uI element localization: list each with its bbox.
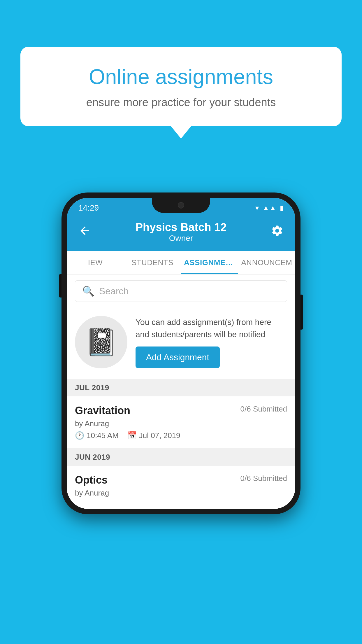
promo-description: You can add assignment(s) from here and … [136,316,287,341]
assignment-time-value: 10:45 AM [87,431,119,440]
gear-icon [271,224,284,237]
promo-card: 📓 You can add assignment(s) from here an… [67,308,295,379]
assignment-date: 📅 Jul 07, 2019 [127,431,180,440]
header-center: Physics Batch 12 Owner [136,221,227,243]
search-icon: 🔍 [82,285,94,297]
assignment-submitted: 0/6 Submitted [240,405,287,414]
tab-iew[interactable]: IEW [67,251,124,274]
speech-bubble-title: Online assignments [44,64,318,89]
notebook-icon: 📓 [85,327,117,358]
phone-mockup: 14:29 ▾ ▲▲ ▮ Physics Batch 12 Owner [61,192,301,514]
back-button[interactable] [78,224,91,240]
assignment-name: Gravitation [75,405,130,417]
settings-button[interactable] [271,224,284,240]
clock-icon: 🕐 [75,431,84,440]
assignment-item-gravitation[interactable]: Gravitation 0/6 Submitted by Anurag 🕐 10… [67,396,295,449]
assignment-top: Gravitation 0/6 Submitted [75,405,287,417]
assignment-date-value: Jul 07, 2019 [139,431,180,440]
app-header: Physics Batch 12 Owner [67,215,295,251]
assignment-meta: 🕐 10:45 AM 📅 Jul 07, 2019 [75,431,287,440]
wifi-icon: ▾ [255,204,259,212]
assignment-author: by Anurag [75,419,287,428]
search-bar[interactable]: 🔍 Search [75,280,287,302]
speech-bubble-container: Online assignments ensure more practice … [20,47,342,126]
speech-bubble: Online assignments ensure more practice … [20,47,342,126]
front-camera [178,202,184,209]
assignment-author-optics: by Anurag [75,489,287,498]
promo-icon-wrap: 📓 [75,316,127,368]
assignment-item-optics[interactable]: Optics 0/6 Submitted by Anurag [67,466,295,509]
power-button [301,295,303,330]
battery-icon: ▮ [280,204,284,212]
month-header-jun: JUN 2019 [67,449,295,466]
phone-screen: 14:29 ▾ ▲▲ ▮ Physics Batch 12 Owner [67,198,295,509]
assignment-name-optics: Optics [75,474,108,486]
signal-icon: ▲▲ [262,204,276,212]
volume-button [59,274,61,298]
assignment-top-optics: Optics 0/6 Submitted [75,474,287,486]
header-title: Physics Batch 12 [136,221,227,234]
back-arrow-icon [78,224,91,237]
add-assignment-button[interactable]: Add Assignment [136,346,220,368]
tab-bar: IEW STUDENTS ASSIGNMENTS ANNOUNCEM [67,251,295,274]
tab-announcements[interactable]: ANNOUNCEM [238,251,295,274]
calendar-icon: 📅 [127,431,137,440]
assignment-submitted-optics: 0/6 Submitted [240,474,287,483]
status-icons: ▾ ▲▲ ▮ [255,204,284,212]
tab-students[interactable]: STUDENTS [124,251,181,274]
speech-bubble-subtitle: ensure more practice for your students [44,96,318,109]
status-time: 14:29 [78,203,99,213]
month-header-jul: JUL 2019 [67,379,295,396]
phone-outer: 14:29 ▾ ▲▲ ▮ Physics Batch 12 Owner [61,192,301,514]
header-subtitle: Owner [136,234,227,243]
promo-content: You can add assignment(s) from here and … [136,316,287,368]
phone-notch [152,198,210,213]
search-placeholder: Search [99,286,129,297]
assignment-time: 🕐 10:45 AM [75,431,119,440]
search-container: 🔍 Search [67,274,295,308]
tab-assignments[interactable]: ASSIGNMENTS [181,251,238,274]
